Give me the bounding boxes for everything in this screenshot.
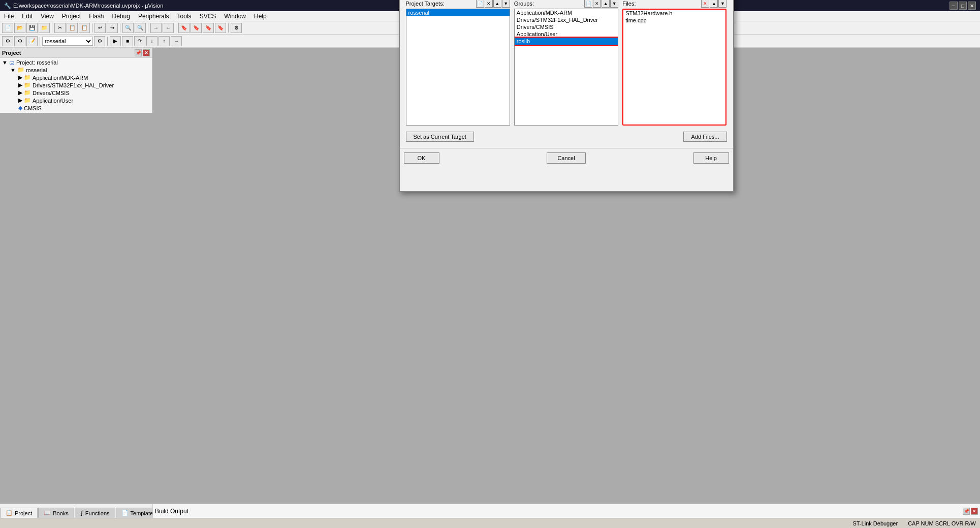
menu-help[interactable]: Help (250, 11, 271, 21)
file-item-time-cpp[interactable]: time.cpp (623, 17, 725, 24)
outdent-btn[interactable]: ← (163, 23, 174, 33)
columns-row: Project Targets: 📄 ✕ ▲ ▼ rosserial (406, 0, 727, 126)
targets-new-btn[interactable]: 📄 (476, 0, 484, 8)
dialog-content: Project Targets: 📄 ✕ ▲ ▼ rosserial (400, 0, 733, 148)
save-all-btn[interactable]: 📁 (39, 23, 50, 33)
panel-header-controls[interactable]: 📌 ✕ (135, 49, 150, 56)
expand-icon4: ▶ (18, 82, 22, 88)
minimize-button[interactable]: − (950, 2, 958, 10)
expand-icon3: ▶ (18, 74, 22, 81)
run-cursor-btn[interactable]: → (171, 36, 182, 46)
groups-delete-btn[interactable]: ✕ (593, 0, 601, 8)
title-bar-text: E:\workspace\rosserial\MDK-ARM\rosserial… (13, 3, 163, 9)
panel-title: Project (2, 50, 21, 56)
set-current-target-btn[interactable]: Set as Current Target (406, 132, 474, 142)
debug-start-btn[interactable]: ▶ (110, 36, 121, 46)
bookmark3-btn[interactable]: 🔖 (203, 23, 214, 33)
target-item-rosserial[interactable]: rosserial (406, 9, 510, 16)
build-pin-btn[interactable]: 📌 (963, 508, 970, 515)
files-up-btn[interactable]: ▲ (710, 0, 718, 8)
tree-item-drivers-cmsis[interactable]: ▶ 📁 Drivers/CMSIS (1, 89, 151, 97)
groups-down-btn[interactable]: ▼ (610, 0, 618, 8)
file-item-stm32hardware[interactable]: STM32Hardware.h (623, 10, 725, 17)
menu-view[interactable]: View (37, 11, 58, 21)
groups-up-btn[interactable]: ▲ (602, 0, 610, 8)
tree-item-app-mdk[interactable]: ▶ 📁 Application/MDK-ARM (1, 74, 151, 81)
rebuild-btn[interactable]: ⚙ (14, 36, 25, 46)
ok-btn[interactable]: OK (404, 152, 439, 164)
group-item-drivers-hal[interactable]: Drivers/STM32F1xx_HAL_Driver (515, 16, 618, 23)
build-btn[interactable]: ⚙ (2, 36, 13, 46)
folder-icon4: 📁 (24, 89, 31, 96)
tree-item-rosserial[interactable]: ▼ 📁 rosserial (1, 66, 151, 74)
groups-btns[interactable]: 📄 ✕ ▲ ▼ (584, 0, 618, 8)
find-btn[interactable]: 🔍 (122, 23, 134, 33)
build-close-btn[interactable]: ✕ (971, 508, 978, 515)
step-over-btn[interactable]: ↷ (134, 36, 145, 46)
maximize-button[interactable]: □ (959, 2, 967, 10)
menu-peripherals[interactable]: Peripherals (134, 11, 173, 21)
bookmark4-btn[interactable]: 🔖 (215, 23, 226, 33)
bottom-tab-project[interactable]: 📋 Project (0, 508, 38, 518)
settings-btn[interactable]: ⚙ (231, 23, 242, 33)
tree-item-project[interactable]: ▼ 🗂 Project: rosserial (1, 59, 151, 66)
panel-pin-btn[interactable]: 📌 (135, 49, 142, 56)
sep3 (120, 23, 120, 33)
panel-close-btn[interactable]: ✕ (143, 49, 150, 56)
groups-new-btn[interactable]: 📄 (584, 0, 592, 8)
targets-down-btn[interactable]: ▼ (502, 0, 510, 8)
menu-window[interactable]: Window (220, 11, 250, 21)
rosserial-label: rosserial (26, 67, 47, 73)
bottom-tab-functions[interactable]: ⨍ Functions (75, 508, 115, 518)
group-item-drivers-cmsis[interactable]: Drivers/CMSIS (515, 23, 618, 30)
bottom-tab-books[interactable]: 📖 Books (38, 508, 74, 518)
build-output-controls[interactable]: 📌 ✕ (963, 508, 978, 515)
redo-btn[interactable]: ↪ (107, 23, 118, 33)
open-btn[interactable]: 📂 (14, 23, 25, 33)
tree-item-app-user[interactable]: ▶ 📁 Application/User (1, 97, 151, 104)
files-btns[interactable]: ✕ ▲ ▼ (701, 0, 726, 8)
help-btn[interactable]: Help (693, 152, 729, 164)
files-panel: Files: ✕ ▲ ▼ STM32Hardware.h time.cpp (622, 0, 726, 126)
menu-debug[interactable]: Debug (108, 11, 134, 21)
menu-tools[interactable]: Tools (173, 11, 196, 21)
group-item-app-mdk[interactable]: Application/MDK-ARM (515, 9, 618, 16)
debug-stop-btn[interactable]: ■ (122, 36, 133, 46)
menu-svcs[interactable]: SVCS (196, 11, 220, 21)
bookmark-btn[interactable]: 🔖 (178, 23, 189, 33)
title-bar-controls[interactable]: − □ ✕ (950, 2, 976, 10)
project-label: Project: rosserial (16, 59, 58, 66)
step-out-btn[interactable]: ↑ (159, 36, 170, 46)
paste-btn[interactable]: 📋 (79, 23, 90, 33)
save-btn[interactable]: 💾 (26, 23, 38, 33)
files-down-btn[interactable]: ▼ (718, 0, 726, 8)
menu-edit[interactable]: Edit (18, 11, 37, 21)
content-area: Project 📌 ✕ ▼ 🗂 Project: rosserial ▼ 📁 r… (0, 48, 980, 113)
translate-btn[interactable]: 📝 (26, 36, 38, 46)
menu-flash[interactable]: Flash (85, 11, 108, 21)
copy-btn[interactable]: 📋 (67, 23, 78, 33)
close-button[interactable]: ✕ (968, 2, 976, 10)
indent-btn[interactable]: → (150, 23, 162, 33)
targets-delete-btn[interactable]: ✕ (485, 0, 493, 8)
cancel-btn[interactable]: Cancel (547, 152, 585, 164)
bookmark2-btn[interactable]: 🔖 (191, 23, 202, 33)
tree-item-drivers-hal[interactable]: ▶ 📁 Drivers/STM32F1xx_HAL_Driver (1, 81, 151, 89)
add-files-btn[interactable]: Add Files... (683, 132, 726, 142)
menu-project[interactable]: Project (58, 11, 85, 21)
files-delete-btn[interactable]: ✕ (701, 0, 709, 8)
replace-btn[interactable]: 🔍 (135, 23, 146, 33)
debugger-status: ST-Link Debugger (852, 520, 898, 526)
targets-up-btn[interactable]: ▲ (493, 0, 501, 8)
target-combo[interactable]: rosserial (42, 37, 93, 46)
undo-btn[interactable]: ↩ (94, 23, 106, 33)
group-item-app-user[interactable]: Application/User (515, 30, 618, 38)
menu-file[interactable]: File (0, 11, 18, 21)
new-btn[interactable]: 📄 (2, 23, 13, 33)
tree-item-cmsis[interactable]: ◆ CMSIS (1, 104, 151, 112)
step-into-btn[interactable]: ↓ (146, 36, 157, 46)
cut-btn[interactable]: ✂ (54, 23, 66, 33)
group-item-roslib[interactable]: roslib (515, 38, 618, 45)
targets-btns[interactable]: 📄 ✕ ▲ ▼ (476, 0, 510, 8)
target-options-btn[interactable]: ⚙ (94, 36, 105, 46)
